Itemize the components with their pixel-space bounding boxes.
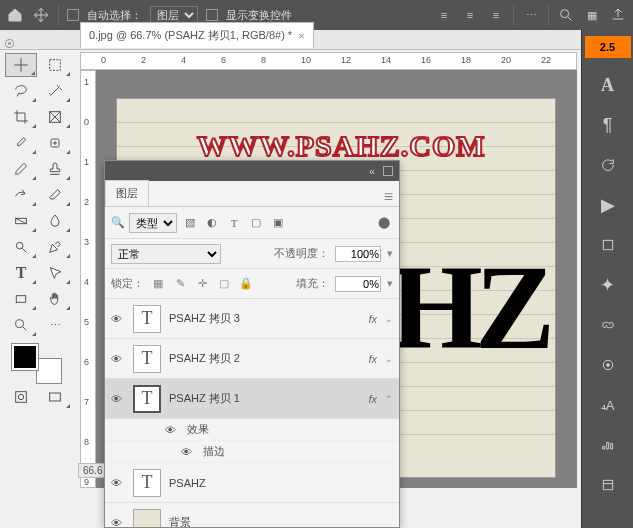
layer-effect-row[interactable]: 👁 效果 (105, 419, 399, 441)
expand-chevron-icon[interactable]: ⌄ (385, 354, 393, 364)
blur-tool[interactable] (39, 209, 71, 233)
type-tool[interactable]: T (5, 261, 37, 285)
lock-all-icon[interactable]: 🔒 (238, 277, 254, 290)
quickmask-tool[interactable] (5, 385, 37, 409)
layer-thumbnail[interactable]: T (133, 345, 161, 373)
layer-name[interactable]: PSAHZ 拷贝 3 (169, 311, 360, 326)
properties-panel-icon[interactable] (594, 472, 622, 498)
fx-badge[interactable]: fx (368, 313, 377, 325)
play-icon[interactable]: ▶ (594, 192, 622, 218)
layer-effect-row[interactable]: 👁 描边 (105, 441, 399, 463)
layer-row[interactable]: 👁 T PSAHZ 拷贝 1 fx ⌃ (105, 379, 399, 419)
lock-artboard-icon[interactable]: ▢ (216, 277, 232, 290)
fill-chevron-icon[interactable]: ▾ (387, 277, 393, 290)
levels-icon[interactable] (594, 432, 622, 458)
visibility-icon[interactable]: 👁 (165, 424, 179, 436)
lock-brush-icon[interactable]: ✎ (172, 277, 188, 290)
layer-name[interactable]: PSAHZ 拷贝 1 (169, 391, 360, 406)
zoom-tool[interactable] (5, 313, 37, 337)
paragraph-panel-icon[interactable]: ¶ (594, 112, 622, 138)
rectangle-tool[interactable] (5, 287, 37, 311)
lasso-tool[interactable] (5, 79, 37, 103)
dodge-tool[interactable] (5, 235, 37, 259)
visibility-icon[interactable]: 👁 (111, 517, 125, 528)
filter-adjust-icon[interactable]: ◐ (203, 214, 221, 232)
lock-pixels-icon[interactable]: ▦ (150, 277, 166, 290)
align-mid-icon[interactable]: ≡ (461, 6, 479, 24)
bg-color-swatch[interactable] (36, 358, 62, 384)
layer-name[interactable]: PSAHZ (169, 477, 393, 489)
share-icon[interactable] (609, 6, 627, 24)
screenmode-tool[interactable] (39, 385, 71, 409)
ruler-vertical[interactable]: 10123456789 (80, 70, 96, 488)
filter-search-icon[interactable]: 🔍 (111, 216, 125, 229)
document-tab[interactable]: 0.jpg @ 66.7% (PSAHZ 拷贝1, RGB/8#) * × (80, 22, 314, 48)
layers-tab[interactable]: 图层 (105, 180, 149, 206)
brush-size-display[interactable]: 2.5 (585, 36, 631, 58)
visibility-icon[interactable]: 👁 (111, 313, 125, 325)
ruler-horizontal[interactable]: 0246810121416182022 (80, 52, 577, 70)
layer-row[interactable]: 👁 T PSAHZ 拷贝 2 fx ⌄ (105, 339, 399, 379)
opacity-input[interactable] (335, 246, 381, 262)
expand-chevron-icon[interactable]: ⌄ (385, 314, 393, 324)
opacity-chevron-icon[interactable]: ▾ (387, 247, 393, 260)
visibility-icon[interactable]: 👁 (181, 446, 195, 458)
eraser-tool[interactable] (39, 183, 71, 207)
path-select-tool[interactable] (39, 261, 71, 285)
visibility-icon[interactable]: 👁 (111, 477, 125, 489)
fx-badge[interactable]: fx (368, 393, 377, 405)
frame-panel-icon[interactable] (594, 232, 622, 258)
gradient-tool[interactable] (5, 209, 37, 233)
hand-tool[interactable] (39, 287, 71, 311)
link-icon[interactable] (594, 312, 622, 338)
panel-menu-icon[interactable]: ≡ (384, 188, 393, 206)
blend-mode-dropdown[interactable]: 正常 (111, 244, 221, 264)
align-top-icon[interactable]: ≡ (435, 6, 453, 24)
typography-adjust-icon[interactable]: ₄A (594, 392, 622, 418)
visibility-icon[interactable]: 👁 (111, 393, 125, 405)
pen-tool[interactable] (39, 235, 71, 259)
filter-toggle-icon[interactable]: ⬤ (375, 214, 393, 232)
filter-type-icon[interactable]: T (225, 214, 243, 232)
show-transform-checkbox[interactable] (206, 9, 218, 21)
filter-shape-icon[interactable]: ▢ (247, 214, 265, 232)
more-align-icon[interactable]: ⋯ (522, 6, 540, 24)
home-icon[interactable] (6, 6, 24, 24)
frame-tool[interactable] (39, 105, 71, 129)
fg-color-swatch[interactable] (12, 344, 38, 370)
ribbon-handle-icon[interactable]: ⦿ (4, 38, 15, 50)
collapse-icon[interactable]: « (369, 165, 375, 177)
move-tool-icon[interactable] (32, 6, 50, 24)
character-panel-icon[interactable]: A (594, 72, 622, 98)
sparkle-icon[interactable]: ✦ (594, 272, 622, 298)
color-swatches[interactable] (12, 344, 62, 384)
filter-type-dropdown[interactable]: 类型 (129, 213, 177, 233)
expand-chevron-icon[interactable]: ⌃ (385, 394, 393, 404)
healing-tool[interactable] (39, 131, 71, 155)
layer-thumbnail[interactable]: T (133, 305, 161, 333)
close-tab-icon[interactable]: × (298, 30, 304, 42)
move-tool[interactable] (5, 53, 37, 77)
layer-thumbnail[interactable]: T (133, 385, 161, 413)
auto-select-checkbox[interactable] (67, 9, 79, 21)
filter-smart-icon[interactable]: ▣ (269, 214, 287, 232)
search-icon[interactable] (557, 6, 575, 24)
history-brush-tool[interactable] (5, 183, 37, 207)
refresh-icon[interactable] (594, 152, 622, 178)
fill-input[interactable] (335, 276, 381, 292)
align-bot-icon[interactable]: ≡ (487, 6, 505, 24)
stamp-tool[interactable] (39, 157, 71, 181)
magic-wand-tool[interactable] (39, 79, 71, 103)
eyedropper-tool[interactable] (5, 131, 37, 155)
marquee-tool[interactable] (39, 53, 71, 77)
filter-pixel-icon[interactable]: ▧ (181, 214, 199, 232)
visibility-icon[interactable]: 👁 (111, 353, 125, 365)
layer-row[interactable]: 👁 背景 (105, 503, 399, 527)
layer-thumbnail[interactable] (133, 509, 161, 528)
layer-name[interactable]: 背景 (169, 515, 393, 527)
lock-position-icon[interactable]: ✛ (194, 277, 210, 290)
layer-thumbnail[interactable]: T (133, 469, 161, 497)
edit-toolbar[interactable]: ⋯ (39, 313, 71, 337)
crop-tool[interactable] (5, 105, 37, 129)
layer-name[interactable]: PSAHZ 拷贝 2 (169, 351, 360, 366)
